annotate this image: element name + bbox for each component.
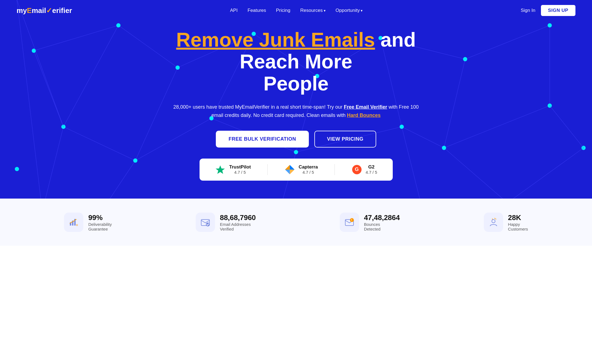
- svg-point-67: [75, 219, 76, 220]
- svg-point-47: [15, 167, 19, 171]
- hero-title-yellow: Remove Junk Emails: [176, 29, 375, 51]
- customers-icon: [489, 217, 498, 227]
- capterra-score: 4.7 / 5: [299, 170, 318, 175]
- customers-label: HappyCustomers: [508, 222, 528, 231]
- svg-point-46: [582, 146, 586, 150]
- svg-point-26: [32, 49, 36, 53]
- verified-text: 88,68,7960 Email AddressesVerified: [220, 213, 256, 231]
- svg-marker-57: [216, 165, 225, 174]
- hero-section: Remove Junk Emails and Reach More People…: [0, 0, 592, 199]
- trustpilot-name: TrustPilot: [229, 164, 251, 170]
- logo[interactable]: myEmail✓erifier: [17, 6, 72, 15]
- svg-line-50: [508, 148, 584, 199]
- bounces-label: BouncesDetected: [364, 222, 400, 231]
- bounce-icon: !: [344, 217, 354, 227]
- hero-title-white2: People: [263, 73, 328, 95]
- signin-button[interactable]: Sign In: [521, 8, 535, 13]
- svg-marker-61: [290, 170, 294, 174]
- svg-line-8: [63, 127, 135, 161]
- rating-capterra: Capterra 4.7 / 5: [284, 164, 318, 175]
- verified-label: Email AddressesVerified: [220, 222, 256, 231]
- svg-line-7: [34, 51, 63, 127]
- hero-buttons: FREE BULK VERIFICATION VIEW PRICING: [144, 131, 448, 148]
- rating-bar: TrustPilot 4.7 / 5 Capterra 4.7: [200, 159, 393, 181]
- hero-content: Remove Junk Emails and Reach More People…: [144, 29, 448, 181]
- view-pricing-button[interactable]: VIEW PRICING: [314, 131, 376, 148]
- nav-opportunity[interactable]: Opportunity: [336, 8, 363, 13]
- deliverability-text: 99% DeliverabilityGuarantee: [88, 213, 112, 231]
- nav-features[interactable]: Features: [248, 8, 266, 13]
- hard-bounces-link[interactable]: Hard Bounces: [347, 113, 381, 118]
- svg-point-32: [463, 57, 467, 61]
- svg-marker-58: [285, 165, 290, 170]
- svg-marker-59: [290, 165, 294, 170]
- trustpilot-icon: [215, 164, 226, 175]
- navbar: myEmail✓erifier API Features Pricing Res…: [0, 0, 592, 21]
- svg-line-6: [465, 25, 549, 59]
- hero-subtitle: 28,000+ users have trusted MyEmailVerifi…: [172, 103, 420, 120]
- svg-line-0: [34, 25, 118, 51]
- bounces-text: 47,48,2864 BouncesDetected: [364, 213, 400, 231]
- nav-links: API Features Pricing Resources Opportuni…: [230, 8, 363, 13]
- svg-line-20: [444, 106, 550, 148]
- svg-line-25: [444, 148, 508, 199]
- chart-icon: $: [69, 217, 79, 227]
- logo-email: E: [27, 6, 32, 15]
- logo-email2: mail: [32, 6, 46, 15]
- rating-g2: G G2 4.7 / 5: [351, 164, 377, 175]
- nav-api[interactable]: API: [230, 8, 238, 13]
- bounces-value: 47,48,2864: [364, 213, 400, 222]
- svg-marker-77: [494, 218, 495, 219]
- capterra-icon: [284, 164, 295, 175]
- svg-line-22: [84, 160, 135, 199]
- svg-line-21: [42, 127, 63, 199]
- free-verifier-link[interactable]: Free Email Verifier: [344, 104, 387, 110]
- rating-trustpilot: TrustPilot 4.7 / 5: [215, 164, 251, 175]
- verified-icon-box: [196, 213, 215, 232]
- stat-bounces: ! 47,48,2864 BouncesDetected: [340, 213, 400, 232]
- bulk-verification-button[interactable]: FREE BULK VERIFICATION: [216, 131, 309, 148]
- stats-section: $ 99% DeliverabilityGuarantee 88,68,7960…: [0, 199, 592, 246]
- logo-verifier: erifier: [52, 6, 72, 15]
- divider-2: [335, 164, 335, 175]
- customers-value: 28K: [508, 213, 528, 222]
- stat-customers: 28K HappyCustomers: [484, 213, 528, 232]
- hero-title: Remove Junk Emails and Reach More People: [144, 29, 448, 95]
- nav-resources[interactable]: Resources: [300, 8, 326, 13]
- customers-icon-box: [484, 213, 503, 232]
- email-check-icon: [200, 217, 210, 227]
- capterra-text: Capterra 4.7 / 5: [299, 164, 318, 175]
- signup-button[interactable]: SIGN UP: [541, 5, 575, 16]
- stat-verified: 88,68,7960 Email AddressesVerified: [196, 213, 256, 232]
- svg-line-9: [63, 25, 118, 127]
- stat-deliverability: $ 99% DeliverabilityGuarantee: [64, 213, 112, 232]
- nav-pricing[interactable]: Pricing: [276, 8, 290, 13]
- nav-actions: Sign In SIGN UP: [521, 5, 575, 16]
- svg-point-40: [548, 103, 552, 108]
- svg-point-27: [116, 23, 120, 27]
- divider-1: [267, 164, 268, 175]
- logo-my: my: [17, 6, 27, 15]
- svg-line-49: [550, 106, 584, 148]
- svg-point-33: [548, 23, 552, 27]
- g2-score: 4.7 / 5: [366, 170, 377, 175]
- svg-point-65: [71, 222, 72, 223]
- trustpilot-score: 4.7 / 5: [229, 170, 251, 175]
- deliverability-label: DeliverabilityGuarantee: [88, 222, 112, 231]
- svg-point-34: [61, 125, 65, 129]
- g2-name: G2: [366, 164, 377, 170]
- svg-text:!: !: [351, 219, 352, 222]
- bounces-icon-box: !: [340, 213, 359, 232]
- svg-marker-78: [495, 218, 497, 220]
- verified-value: 88,68,7960: [220, 213, 256, 222]
- svg-line-51: [17, 0, 42, 199]
- deliverability-value: 99%: [88, 213, 112, 222]
- svg-point-75: [492, 220, 495, 223]
- trustpilot-text: TrustPilot 4.7 / 5: [229, 164, 251, 175]
- g2-logo: G: [352, 165, 362, 174]
- g2-icon: G: [351, 164, 362, 175]
- svg-marker-60: [285, 170, 290, 174]
- svg-point-66: [73, 221, 74, 222]
- customers-text: 28K HappyCustomers: [508, 213, 528, 231]
- g2-text: G2 4.7 / 5: [366, 164, 377, 175]
